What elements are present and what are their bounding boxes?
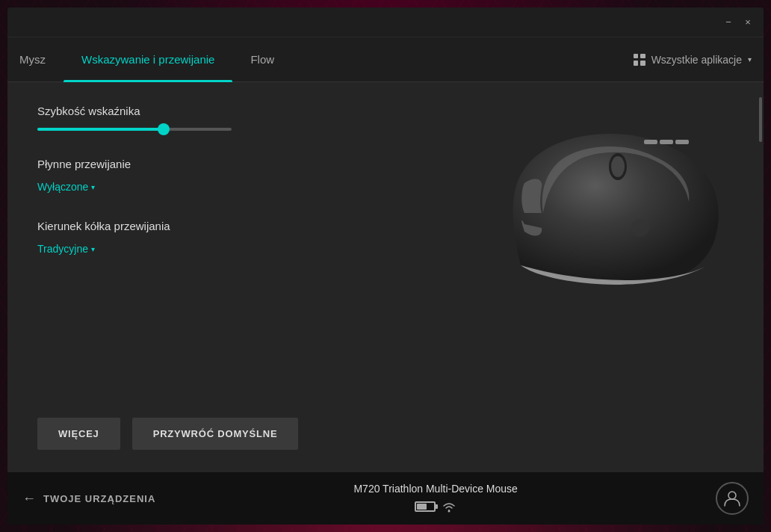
smooth-scrolling-value: Wyłączone bbox=[37, 181, 88, 193]
all-apps-dropdown[interactable]: Wszystkie aplikacje ▾ bbox=[634, 54, 752, 66]
main-window: − × Mysz Wskazywanie i przewijanie Flow … bbox=[7, 7, 764, 525]
svg-rect-2 bbox=[675, 140, 689, 144]
restore-defaults-button[interactable]: PRZYWRÓĆ DOMYŚLNE bbox=[132, 418, 299, 450]
battery-icon bbox=[415, 501, 436, 512]
wireless-icon bbox=[442, 499, 456, 514]
device-status-icons bbox=[415, 499, 456, 514]
battery-fill bbox=[417, 504, 427, 510]
more-button[interactable]: WIĘCEJ bbox=[37, 418, 120, 450]
footer-center: M720 Triathlon Multi-Device Mouse bbox=[155, 483, 716, 514]
your-devices-label: TWOJE URZĄDZENIA bbox=[43, 493, 155, 504]
footer: ← TWOJE URZĄDZENIA M720 Triathlon Multi-… bbox=[7, 472, 764, 525]
svg-point-4 bbox=[611, 156, 625, 177]
back-arrow-icon: ← bbox=[22, 491, 36, 507]
scroll-thumb[interactable] bbox=[759, 97, 762, 142]
slider-thumb[interactable] bbox=[158, 123, 170, 135]
close-button[interactable]: × bbox=[741, 16, 755, 29]
apps-chevron-icon: ▾ bbox=[748, 55, 752, 64]
scrollbar[interactable] bbox=[758, 82, 764, 403]
minimize-button[interactable]: − bbox=[722, 16, 735, 29]
smooth-scrolling-chevron-icon: ▾ bbox=[91, 183, 95, 191]
window-controls: − × bbox=[722, 16, 755, 29]
back-to-devices[interactable]: ← TWOJE URZĄDZENIA bbox=[22, 491, 155, 507]
all-apps-label: Wszystkie aplikacje bbox=[651, 54, 742, 66]
svg-point-5 bbox=[631, 219, 649, 237]
user-icon bbox=[722, 488, 743, 509]
scroll-direction-value: Tradycyjne bbox=[37, 243, 88, 255]
svg-point-6 bbox=[448, 510, 450, 513]
tab-flow[interactable]: Flow bbox=[232, 37, 292, 82]
settings-panel: Szybkość wskaźnika Płynne przewijanie Wy… bbox=[7, 82, 764, 403]
mouse-image bbox=[465, 82, 764, 343]
slider-track[interactable] bbox=[37, 128, 232, 131]
pointer-speed-slider[interactable] bbox=[37, 128, 232, 131]
tab-mouse[interactable]: Mysz bbox=[19, 37, 64, 82]
action-buttons: WIĘCEJ PRZYWRÓĆ DOMYŚLNE bbox=[7, 403, 764, 472]
battery-body bbox=[415, 501, 436, 512]
nav-tabs: Mysz Wskazywanie i przewijanie Flow Wszy… bbox=[7, 37, 764, 82]
mouse-illustration bbox=[498, 116, 730, 310]
user-profile-button[interactable] bbox=[716, 482, 749, 515]
scroll-direction-chevron-icon: ▾ bbox=[91, 245, 95, 253]
svg-rect-0 bbox=[644, 140, 657, 144]
tab-pointing[interactable]: Wskazywanie i przewijanie bbox=[64, 37, 232, 82]
slider-fill bbox=[37, 128, 164, 131]
device-name: M720 Triathlon Multi-Device Mouse bbox=[353, 483, 517, 495]
svg-point-7 bbox=[728, 492, 736, 499]
titlebar: − × bbox=[7, 7, 764, 37]
content-area: Szybkość wskaźnika Płynne przewijanie Wy… bbox=[7, 82, 764, 472]
apps-grid-icon bbox=[634, 54, 645, 66]
svg-rect-1 bbox=[660, 140, 673, 144]
